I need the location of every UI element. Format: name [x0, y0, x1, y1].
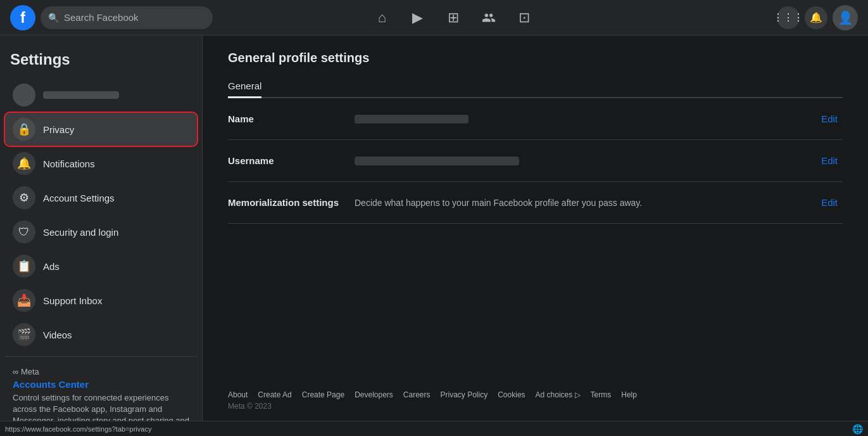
- footer-link-create-ad[interactable]: Create Ad: [258, 390, 291, 399]
- setting-label-memorialization: Memorialization settings: [228, 197, 355, 208]
- apps-icon-btn[interactable]: ⋮⋮⋮: [777, 6, 800, 29]
- settings-tab-bar: General: [228, 75, 843, 98]
- sidebar-title: Settings: [5, 46, 197, 79]
- sidebar-item-label: Notifications: [43, 158, 95, 169]
- footer-copyright: Meta © 2023: [228, 402, 843, 411]
- notifications-icon: 🔔: [13, 152, 35, 175]
- sidebar-item-ads[interactable]: 📋 Ads: [5, 250, 197, 283]
- footer-links: About Create Ad Create Page Developers C…: [228, 390, 843, 399]
- sidebar-item-support-inbox[interactable]: 📥 Support Inbox: [5, 284, 197, 317]
- setting-value-memorialization: Decide what happens to your main Faceboo…: [355, 198, 816, 208]
- username-edit-button[interactable]: Edit: [816, 153, 843, 169]
- name-value-blurred: [355, 115, 469, 124]
- support-inbox-icon: 📥: [13, 289, 35, 312]
- footer-link-ad-choices[interactable]: Ad choices ▷: [536, 390, 581, 399]
- topnav-left: f 🔍: [10, 5, 213, 30]
- memorialization-description: Decide what happens to your main Faceboo…: [355, 198, 816, 208]
- footer-link-privacy-policy[interactable]: Privacy Policy: [441, 390, 488, 399]
- status-url: https://www.facebook.com/settings?tab=pr…: [5, 425, 151, 433]
- videos-icon: 🎬: [13, 323, 35, 346]
- main-layout: Settings 🔒 Privacy 🔔 Notifications ⚙ Acc…: [0, 35, 868, 421]
- sidebar-item-account-settings[interactable]: ⚙ Account Settings: [5, 181, 197, 214]
- ads-icon: 📋: [13, 255, 35, 278]
- footer-link-careers[interactable]: Careers: [403, 390, 431, 399]
- content-area: General profile settings General Name Ed…: [203, 35, 868, 380]
- sidebar-item-label: Videos: [43, 330, 72, 340]
- security-icon: 🛡: [13, 221, 35, 243]
- setting-row-memorialization: Memorialization settings Decide what hap…: [228, 182, 843, 224]
- memorialization-edit-button[interactable]: Edit: [816, 195, 843, 210]
- sidebar-item-label: Support Inbox: [43, 295, 102, 306]
- footer-link-create-page[interactable]: Create Page: [302, 390, 344, 399]
- setting-label-username: Username: [228, 155, 355, 166]
- globe-icon: 🌐: [852, 424, 863, 434]
- marketplace-nav-btn[interactable]: ⊞: [438, 3, 469, 33]
- topnav: f 🔍 ⌂ ▶ ⊞ ⊡ ⋮⋮⋮ 🔔 👤: [0, 0, 868, 35]
- sidebar: Settings 🔒 Privacy 🔔 Notifications ⚙ Acc…: [0, 35, 203, 421]
- sidebar-user-name-blurred: [43, 91, 119, 99]
- sidebar-item-security-login[interactable]: 🛡 Security and login: [5, 215, 197, 248]
- sidebar-item-label: Security and login: [43, 227, 118, 238]
- gaming-nav-btn[interactable]: ⊡: [509, 3, 539, 33]
- sidebar-item-notifications[interactable]: 🔔 Notifications: [5, 147, 197, 180]
- facebook-logo[interactable]: f: [10, 5, 35, 30]
- account-settings-icon: ⚙: [13, 186, 35, 209]
- search-input[interactable]: [64, 12, 205, 23]
- sidebar-item-privacy[interactable]: 🔒 Privacy: [5, 113, 197, 146]
- setting-value-username: [355, 157, 816, 165]
- footer-link-cookies[interactable]: Cookies: [498, 390, 525, 399]
- footer: About Create Ad Create Page Developers C…: [203, 380, 868, 421]
- footer-link-about[interactable]: About: [228, 390, 248, 399]
- groups-nav-btn[interactable]: [474, 3, 504, 33]
- sidebar-item-label: Ads: [43, 261, 60, 272]
- sidebar-item-label: Privacy: [43, 124, 74, 135]
- accounts-center-desc: Control settings for connected experienc…: [13, 392, 189, 421]
- name-edit-button[interactable]: Edit: [816, 111, 843, 127]
- accounts-center-link[interactable]: Accounts Center: [13, 379, 189, 390]
- sidebar-user-avatar: [13, 84, 35, 106]
- status-bar: https://www.facebook.com/settings?tab=pr…: [0, 421, 868, 436]
- home-nav-btn[interactable]: ⌂: [367, 3, 398, 33]
- video-nav-btn[interactable]: ▶: [403, 3, 433, 33]
- topnav-right: ⋮⋮⋮ 🔔 👤: [693, 5, 858, 30]
- page-title: General profile settings: [228, 51, 843, 65]
- account-avatar[interactable]: 👤: [833, 5, 858, 30]
- main-content: General profile settings General Name Ed…: [203, 35, 868, 421]
- sidebar-divider: [5, 356, 197, 357]
- setting-row-name: Name Edit: [228, 98, 843, 140]
- setting-label-name: Name: [228, 113, 355, 124]
- sidebar-item-videos[interactable]: 🎬 Videos: [5, 318, 197, 351]
- footer-link-terms[interactable]: Terms: [591, 390, 612, 399]
- footer-link-developers[interactable]: Developers: [355, 390, 393, 399]
- meta-logo: ∞ Meta: [13, 367, 39, 376]
- search-bar[interactable]: 🔍: [41, 6, 213, 29]
- setting-value-name: [355, 115, 816, 124]
- search-icon: 🔍: [48, 13, 59, 23]
- footer-link-help[interactable]: Help: [621, 390, 637, 399]
- sidebar-user-item[interactable]: [5, 79, 197, 112]
- topnav-center: ⌂ ▶ ⊞ ⊡: [213, 3, 693, 33]
- username-value-blurred: [355, 157, 519, 165]
- setting-row-username: Username Edit: [228, 140, 843, 182]
- notifications-icon-btn[interactable]: 🔔: [805, 6, 827, 29]
- meta-section: ∞ Meta Accounts Center Control settings …: [5, 362, 197, 421]
- tab-general[interactable]: General: [228, 75, 261, 98]
- meta-logo-row: ∞ Meta: [13, 367, 189, 376]
- settings-section: Name Edit Username Edit Memorializ: [228, 98, 843, 224]
- sidebar-item-label: Account Settings: [43, 193, 115, 203]
- privacy-icon: 🔒: [13, 118, 35, 141]
